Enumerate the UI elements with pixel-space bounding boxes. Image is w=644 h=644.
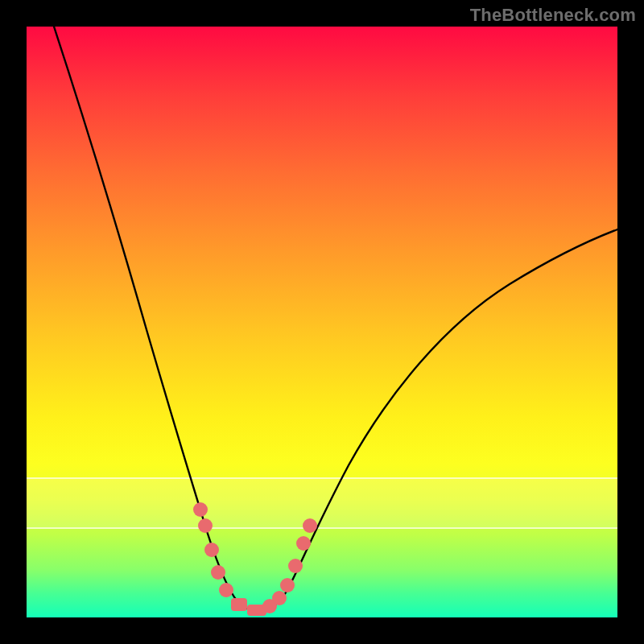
curve-marker [198, 518, 213, 533]
curve-marker [211, 565, 225, 580]
chart-overlay [27, 27, 617, 617]
bottleneck-curve-left [54, 27, 257, 611]
curve-marker [303, 518, 317, 533]
curve-marker [193, 502, 208, 517]
curve-marker [219, 583, 233, 597]
curve-marker [288, 559, 303, 573]
curve-marker [296, 536, 311, 551]
curve-marker [272, 591, 287, 605]
plot-area [27, 27, 617, 617]
curve-marker [280, 578, 295, 592]
bottleneck-curve-right [257, 229, 617, 611]
curve-marker [204, 543, 219, 557]
curve-marker [231, 598, 247, 611]
chart-frame: TheBottleneck.com [0, 0, 644, 644]
watermark-text: TheBottleneck.com [470, 5, 636, 26]
